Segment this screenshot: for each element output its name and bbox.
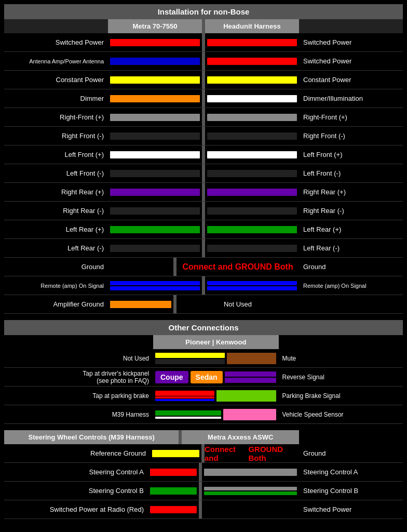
other-center — [153, 349, 278, 367]
wire-row: GroundConnect and GROUND BothGround — [4, 258, 403, 276]
wire-row: Switched PowerSwitched Power — [4, 33, 403, 52]
col-header-headunit: Headunit Harness — [205, 19, 299, 33]
wire-label-right: Left Rear (-) — [299, 239, 403, 257]
other-col-header-row: Pioneer | Kenwood — [4, 335, 403, 349]
wire-row: Left Front (+)Left Front (+) — [4, 145, 403, 164]
wire-colors-metra — [108, 52, 202, 70]
wire-label-left: Left Front (+) — [4, 145, 108, 164]
wire-label-right: Switched Power — [299, 33, 403, 51]
section-header-other: Other Connections — [4, 320, 403, 335]
steering-right-label: Switched Power — [299, 500, 403, 518]
sedan-badge: Sedan — [191, 371, 223, 383]
wire-colors-metra — [108, 33, 202, 51]
wire-colors-metra — [108, 220, 202, 238]
steering-left-wire — [148, 482, 199, 500]
steering-left-wire — [150, 444, 201, 462]
steering-rows-container: Reference GroundConnect and GROUND BothG… — [4, 444, 403, 519]
steering-right-label: Steering Control A — [299, 463, 403, 481]
wire-colors-metra — [108, 108, 202, 126]
other-right-label: Reverse Signal — [278, 368, 403, 386]
wire-label-left: Left Front (-) — [4, 164, 108, 182]
other-rows-container: Not UsedMuteTap at driver's kickpanel (s… — [4, 349, 403, 424]
wire-colors-headunit — [205, 164, 299, 182]
steering-right-wire — [202, 500, 299, 518]
other-left-label: Tap at parking brake — [4, 387, 153, 405]
wire-row: DimmerDimmer/Illumination — [4, 89, 403, 108]
wire-colors-headunit — [205, 89, 299, 108]
wire-label-left: Antenna Amp/Power Antenna — [4, 52, 108, 70]
wire-label-left: Switched Power — [4, 33, 108, 51]
wire-colors-metra — [108, 183, 202, 201]
wire-label-right: Right-Front (+) — [299, 108, 403, 126]
wire-label-left: Right-Front (+) — [4, 108, 108, 126]
col-left-spacer — [4, 19, 108, 33]
wire-label-right: Right Rear (+) — [299, 183, 403, 201]
wire-row: Constant PowerConstant Power — [4, 71, 403, 89]
steering-left-label: Steering Control B — [4, 482, 148, 500]
spacer-2 — [4, 424, 403, 430]
other-right-label: Mute — [278, 349, 403, 367]
wire-row: Right-Front (+)Right-Front (+) — [4, 108, 403, 127]
other-wire-row: Tap at parking brakeParking Brake Signal — [4, 387, 403, 405]
wire-label-left: Left Rear (+) — [4, 220, 108, 238]
section-header-main: Installation for non-Bose — [4, 4, 403, 19]
wire-colors-headunit — [205, 183, 299, 201]
other-wire-row: Not UsedMute — [4, 349, 403, 368]
wire-label-left: Right Front (-) — [4, 127, 108, 145]
wire-colors-headunit — [205, 276, 299, 295]
wire-colors-metra — [108, 276, 202, 295]
wire-row: Amplifier GroundNot Used — [4, 295, 403, 314]
steering-wire-row: Steering Control BSteering Control B — [4, 482, 403, 500]
steering-left-label: Switched Power at Radio (Red) — [4, 500, 148, 518]
main-container: Installation for non-Bose Metra 70-7550 … — [0, 0, 407, 523]
other-left-spacer — [4, 335, 153, 349]
steering-left-header: Steering Wheel Controls (M39 Harness) — [4, 430, 179, 444]
wire-colors-metra — [108, 145, 202, 164]
wire-colors-headunit — [205, 220, 299, 238]
wire-colors-metra — [108, 164, 202, 182]
main-rows-container: Switched PowerSwitched PowerAntenna Amp/… — [4, 33, 403, 314]
wire-label-left: Constant Power — [4, 71, 108, 89]
wire-colors-metra — [108, 71, 202, 89]
wire-label-left: Right Rear (+) — [4, 183, 108, 201]
wire-label-right: Switched Power — [299, 52, 403, 70]
steering-left-wire — [148, 500, 199, 518]
not-used-text: Not Used — [177, 295, 299, 313]
other-right-spacer — [279, 335, 403, 349]
other-center — [153, 387, 278, 405]
col-header-metra: Metra 70-7550 — [108, 19, 202, 33]
wire-label-left: Dimmer — [4, 89, 108, 108]
wire-label-left: Amplifier Ground — [4, 295, 108, 313]
coupe-badge: Coupe — [155, 371, 188, 383]
steering-connect-text: Connect and GROUND Both — [205, 444, 299, 462]
wire-label-left: Ground — [4, 258, 108, 276]
steering-right-spacer — [299, 430, 403, 444]
steering-left-label: Steering Control A — [4, 463, 148, 481]
other-right-label: Vehicle Speed Sensor — [278, 405, 403, 423]
wire-label-left: Remote (amp) On Signal — [4, 276, 108, 295]
wire-row: Right Rear (-)Right Rear (-) — [4, 202, 403, 220]
other-wire-row: M39 HarnessVehicle Speed Sensor — [4, 405, 403, 424]
wire-colors-headunit — [205, 108, 299, 126]
wire-colors-headunit — [205, 33, 299, 51]
wire-label-right: Dimmer/Illumination — [299, 89, 403, 108]
steering-right-wire — [202, 463, 299, 481]
other-left-label: Not Used — [4, 349, 153, 367]
wire-label-left: Left Rear (-) — [4, 239, 108, 257]
other-left-label: Tap at driver's kickpanel (see photo in … — [4, 368, 153, 386]
wire-label-right: Constant Power — [299, 71, 403, 89]
other-right-label: Parking Brake Signal — [278, 387, 403, 405]
wire-row: Left Front (-)Left Front (-) — [4, 164, 403, 183]
wire-colors-metra — [108, 258, 173, 276]
wire-label-right: Left Front (+) — [299, 145, 403, 164]
wire-colors-metra — [108, 295, 173, 313]
wire-colors-metra — [108, 127, 202, 145]
wire-row: Right Rear (+)Right Rear (+) — [4, 183, 403, 202]
spacer-1 — [4, 314, 403, 320]
other-col-header-pioneer: Pioneer | Kenwood — [153, 335, 279, 349]
wire-label-right — [299, 295, 403, 313]
wire-colors-metra — [108, 239, 202, 257]
wire-colors-metra — [108, 89, 202, 108]
wire-row: Left Rear (-)Left Rear (-) — [4, 239, 403, 258]
wire-label-right: Remote (amp) On Signal — [299, 276, 403, 295]
